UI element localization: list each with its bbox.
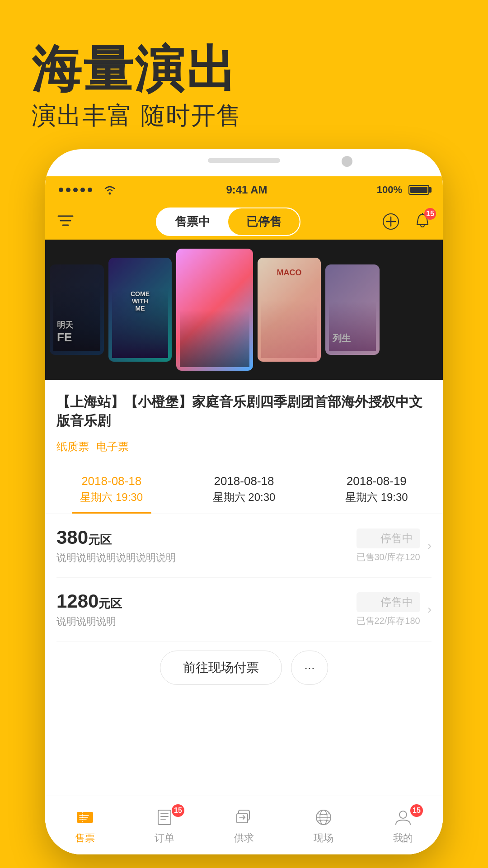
date-1-day-time: 星期六 20:30	[182, 490, 305, 505]
status-label-0: 停售中	[357, 528, 420, 548]
phone-screen: 9:41 AM 100% 售票中 已停售	[45, 176, 443, 854]
signal-dots	[59, 184, 117, 196]
date-2-date: 2018-08-19	[315, 474, 438, 488]
stock-info-0: 已售30/库存120	[357, 551, 420, 563]
date-item-1[interactable]: 2018-08-18 星期六 20:30	[178, 465, 310, 514]
chevron-right-icon-1: ›	[427, 602, 432, 617]
zone-price-1: 1280元区	[56, 590, 122, 612]
notification-button[interactable]: 15	[411, 210, 434, 233]
nav-label-ticket: 售票	[75, 831, 95, 845]
filter-icon	[57, 214, 74, 229]
hero-title: 海量演出	[32, 36, 238, 104]
signal-dot	[73, 188, 78, 192]
notification-badge: 15	[424, 208, 436, 220]
zone-status-0: 停售中 已售30/库存120	[357, 528, 420, 563]
chevron-right-icon-0: ›	[427, 538, 432, 553]
ticket-nav-icon	[74, 806, 96, 829]
action-bar: 前往现场付票 ···	[45, 642, 443, 694]
supply-icon	[234, 807, 254, 827]
ticket-tags: 纸质票 电子票	[56, 438, 432, 456]
bottom-nav: 售票 15 订单	[45, 796, 443, 854]
more-options-button[interactable]: ···	[291, 651, 328, 685]
nav-item-supply[interactable]: 供求	[204, 806, 284, 845]
date-0-date: 2018-08-18	[50, 474, 173, 488]
wifi-icon	[103, 185, 117, 195]
carousel-card-5[interactable]: 列生	[325, 264, 380, 355]
tag-electronic: 电子票	[96, 438, 129, 456]
status-right: 100%	[377, 184, 429, 196]
header-icons: 15	[380, 210, 434, 233]
nav-label-scene: 现场	[314, 831, 333, 845]
poster-3	[176, 249, 253, 371]
carousel-card-1[interactable]: 明天 FE	[50, 264, 104, 355]
zone-left-0: 380元区 说明说明说明说明说明说明	[56, 527, 176, 565]
add-button[interactable]	[380, 210, 402, 233]
date-selector: 2018-08-18 星期六 19:30 2018-08-18 星期六 20:3…	[45, 465, 443, 514]
nav-label-supply: 供求	[234, 831, 254, 845]
filter-button[interactable]	[54, 210, 77, 233]
profile-badge: 15	[410, 804, 423, 817]
zone-left-1: 1280元区 说明说明说明	[56, 590, 122, 628]
zone-row-1[interactable]: 1280元区 说明说明说明 停售中 已售22/库存180 ›	[56, 578, 432, 642]
phone-camera	[342, 156, 352, 167]
zone-desc-1: 说明说明说明	[56, 615, 122, 628]
date-0-day-time: 星期六 19:30	[50, 490, 173, 505]
zone-price-0: 380元区	[56, 527, 176, 548]
app-header: 售票中 已停售 15	[45, 203, 443, 240]
date-1-date: 2018-08-18	[182, 474, 305, 488]
zone-row-0[interactable]: 380元区 说明说明说明说明说明说明 停售中 已售30/库存120 ›	[56, 514, 432, 578]
signal-dot	[88, 188, 92, 192]
nav-item-scene[interactable]: 现场	[284, 806, 363, 845]
order-badge: 15	[172, 804, 184, 817]
tag-paper: 纸质票	[56, 438, 89, 456]
event-title: 【上海站】【小橙堡】家庭音乐剧四季剧团首部海外授权中文版音乐剧	[56, 392, 432, 430]
scene-icon	[314, 807, 333, 827]
svg-point-0	[109, 193, 111, 195]
zone-right-1: 停售中 已售22/库存180 ›	[357, 592, 432, 627]
goto-venue-button[interactable]: 前往现场付票	[160, 651, 282, 685]
nav-item-ticket[interactable]: 售票	[45, 806, 125, 845]
carousel-card-4[interactable]: MACO	[258, 258, 321, 362]
phone-mockup: 9:41 AM 100% 售票中 已停售	[45, 149, 443, 854]
carousel-card-3[interactable]	[176, 249, 253, 371]
signal-dot	[66, 188, 70, 192]
signal-dot	[59, 188, 63, 192]
poster-5: 列生	[325, 264, 380, 355]
carousel-area[interactable]: 明天 FE COME WITH ME	[45, 240, 443, 380]
ticket-zones: 380元区 说明说明说明说明说明说明 停售中 已售30/库存120 › 1280…	[45, 514, 443, 642]
phone-top-bar	[208, 158, 280, 163]
date-item-0[interactable]: 2018-08-18 星期六 19:30	[45, 465, 178, 514]
svg-rect-6	[158, 810, 171, 825]
date-item-2[interactable]: 2018-08-19 星期六 19:30	[310, 465, 443, 514]
poster-2: COME WITH ME	[108, 258, 172, 362]
date-2-day-time: 星期六 19:30	[315, 490, 438, 505]
event-section: 【上海站】【小橙堡】家庭音乐剧四季剧团首部海外授权中文版音乐剧 纸质票 电子票	[45, 380, 443, 465]
hero-subtitle: 演出丰富 随时开售	[32, 99, 242, 132]
poster-4: MACO	[258, 258, 321, 362]
carousel-card-2[interactable]: COME WITH ME	[108, 258, 172, 362]
battery-fill	[410, 187, 427, 193]
zone-desc-0: 说明说明说明说明说明说明	[56, 551, 176, 565]
ticket-icon	[75, 807, 95, 827]
zone-right-0: 停售中 已售30/库存120 ›	[357, 528, 432, 563]
status-label-1: 停售中	[357, 592, 420, 612]
svg-point-15	[399, 811, 407, 818]
plus-icon	[383, 213, 399, 230]
tab-group: 售票中 已停售	[156, 208, 300, 236]
poster-1: 明天 FE	[50, 264, 104, 355]
stock-info-1: 已售22/库存180	[357, 615, 420, 627]
tab-stopped[interactable]: 已停售	[228, 208, 300, 235]
nav-item-order[interactable]: 15 订单	[125, 806, 204, 845]
nav-item-profile[interactable]: 15 我的	[363, 806, 443, 845]
zone-status-1: 停售中 已售22/库存180	[357, 592, 420, 627]
status-time: 9:41 AM	[226, 184, 267, 196]
scene-nav-icon	[312, 806, 335, 829]
svg-rect-10	[237, 814, 248, 823]
nav-label-profile: 我的	[393, 831, 413, 845]
status-bar: 9:41 AM 100%	[45, 176, 443, 203]
signal-dot	[80, 188, 85, 192]
nav-label-order: 订单	[155, 831, 174, 845]
supply-nav-icon	[233, 806, 255, 829]
tab-selling[interactable]: 售票中	[157, 208, 228, 235]
battery-icon	[408, 185, 429, 195]
